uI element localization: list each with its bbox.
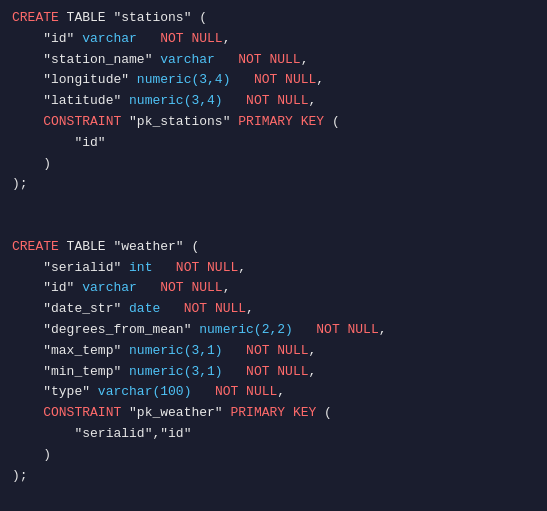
line-15: "date_str" date NOT NULL, [12,299,535,320]
line-5: "latitude" numeric(3,4) NOT NULL, [12,91,535,112]
line-2: "id" varchar NOT NULL, [12,29,535,50]
line-13: "serialid" int NOT NULL, [12,258,535,279]
line-18: "min_temp" numeric(3,1) NOT NULL, [12,362,535,383]
line-20: CONSTRAINT "pk_weather" PRIMARY KEY ( [12,403,535,424]
line-21: "serialid","id" [12,424,535,445]
line-24 [12,486,535,507]
line-14: "id" varchar NOT NULL, [12,278,535,299]
line-23: ); [12,466,535,487]
line-3: "station_name" varchar NOT NULL, [12,50,535,71]
line-6: CONSTRAINT "pk_stations" PRIMARY KEY ( [12,112,535,133]
line-16: "degrees_from_mean" numeric(2,2) NOT NUL… [12,320,535,341]
line-10 [12,195,535,216]
line-9: ); [12,174,535,195]
line-22: ) [12,445,535,466]
line-19: "type" varchar(100) NOT NULL, [12,382,535,403]
line-25 [12,507,535,511]
line-4: "longitude" numeric(3,4) NOT NULL, [12,70,535,91]
line-8: ) [12,154,535,175]
line-17: "max_temp" numeric(3,1) NOT NULL, [12,341,535,362]
line-7: "id" [12,133,535,154]
line-12: CREATE TABLE "weather" ( [12,237,535,258]
line-1: CREATE TABLE "stations" ( [12,8,535,29]
code-editor: CREATE TABLE "stations" ( "id" varchar N… [0,0,547,511]
line-11 [12,216,535,237]
